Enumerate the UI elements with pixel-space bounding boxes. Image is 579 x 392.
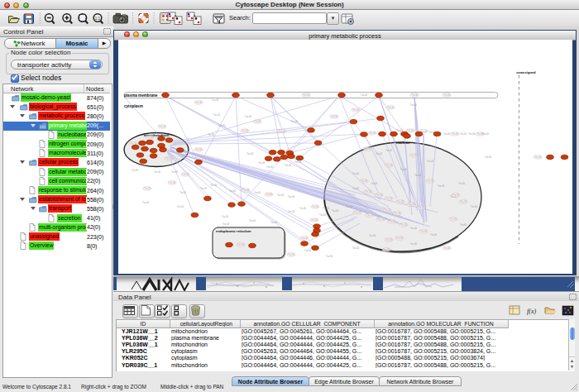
svg-text:Yxx-00: Yxx-00 [361,179,368,183]
svg-text:Yxx-00: Yxx-00 [182,173,189,176]
svg-text:Yxx-00: Yxx-00 [195,101,203,104]
svg-text:Yxx-00: Yxx-00 [179,191,187,194]
svg-text:Yxx-00: Yxx-00 [288,253,295,256]
svg-text:Yxx-00: Yxx-00 [410,242,418,246]
svg-text:Yxx-00: Yxx-00 [418,206,425,209]
svg-text:Yxx-00: Yxx-00 [144,187,151,190]
svg-text:Yxx-00: Yxx-00 [396,237,404,240]
svg-text:Yxx-00: Yxx-00 [389,220,396,223]
svg-text:Yxx-00: Yxx-00 [323,207,330,210]
svg-text:Yxx-00: Yxx-00 [242,189,250,192]
svg-text:Yxx-00: Yxx-00 [312,205,319,208]
svg-text:Yxx-00: Yxx-00 [369,131,376,135]
svg-text:Yxx-00: Yxx-00 [266,165,274,169]
svg-text:Yxx-00: Yxx-00 [430,233,438,237]
svg-text:Yxx-00: Yxx-00 [165,157,173,160]
svg-text:Yxx-00: Yxx-00 [365,190,372,194]
svg-text:Yxx-00: Yxx-00 [332,209,339,213]
svg-text:Yxx-00: Yxx-00 [254,120,261,123]
svg-text:Yxx-00: Yxx-00 [218,124,226,127]
svg-text:Yxx-00: Yxx-00 [460,200,467,203]
svg-text:Yxx-00: Yxx-00 [159,125,166,128]
svg-text:Yxx-00: Yxx-00 [450,218,457,221]
svg-text:Yxx-00: Yxx-00 [400,168,408,171]
svg-text:Yxx-00: Yxx-00 [468,132,476,136]
svg-text:Yxx-00: Yxx-00 [352,246,360,250]
svg-text:Yxx-00: Yxx-00 [210,184,218,187]
svg-text:Yxx-00: Yxx-00 [410,154,418,157]
svg-text:Yxx-00: Yxx-00 [146,136,154,139]
svg-text:Yxx-00: Yxx-00 [270,221,278,224]
svg-text:Yxx-00: Yxx-00 [427,179,434,183]
svg-text:Yxx-00: Yxx-00 [254,191,261,194]
svg-text:Yxx-00: Yxx-00 [452,132,459,136]
svg-text:Yxx-00: Yxx-00 [443,93,451,97]
svg-text:Yxx-00: Yxx-00 [361,93,368,97]
svg-text:Yxx-00: Yxx-00 [385,197,393,200]
svg-text:Yxx-00: Yxx-00 [331,115,338,118]
svg-text:plasma membrane: plasma membrane [124,93,158,98]
svg-text:Yxx-00: Yxx-00 [383,248,390,251]
svg-text:f(x): f(x) [527,308,536,315]
svg-text:Yxx-00: Yxx-00 [291,120,299,123]
svg-text:Yxx-00: Yxx-00 [482,132,490,136]
svg-text:Yxx-00: Yxx-00 [249,219,256,222]
svg-text:Yxx-00: Yxx-00 [460,223,467,227]
svg-text:Yxx-00: Yxx-00 [534,155,542,159]
svg-text:Yxx-00: Yxx-00 [266,193,273,196]
svg-text:Yxx-00: Yxx-00 [460,132,467,136]
svg-text:Yxx-00: Yxx-00 [200,187,208,190]
svg-text:Yxx-00: Yxx-00 [364,147,371,151]
svg-text:Yxx-00: Yxx-00 [385,164,393,167]
svg-text:Yxx-00: Yxx-00 [303,93,310,97]
svg-text:Yxx-00: Yxx-00 [400,223,408,227]
svg-text:Yxx-00: Yxx-00 [410,103,418,107]
svg-text:Yxx-00: Yxx-00 [369,234,376,237]
svg-text:Yxx-00: Yxx-00 [408,203,415,206]
svg-text:Yxx-00: Yxx-00 [411,93,419,97]
svg-text:Yxx-00: Yxx-00 [346,205,353,208]
svg-text:Yxx-00: Yxx-00 [212,98,219,102]
svg-text:Yxx-00: Yxx-00 [154,170,161,174]
svg-text:Yxx-00: Yxx-00 [171,170,179,174]
svg-text:unassigned: unassigned [516,70,536,74]
svg-text:Yxx-00: Yxx-00 [394,212,401,215]
svg-text:Yxx-00: Yxx-00 [223,222,230,226]
svg-text:Yxx-00: Yxx-00 [288,195,295,198]
svg-text:Yxx-00: Yxx-00 [237,243,245,246]
svg-text:Yxx-00: Yxx-00 [229,189,237,193]
svg-text:Yxx-00: Yxx-00 [407,129,414,132]
svg-text:Yxx-00: Yxx-00 [443,132,451,136]
svg-text:Yxx-00: Yxx-00 [384,208,391,212]
svg-text:Yxx-00: Yxx-00 [352,108,360,112]
svg-text:Yxx-00: Yxx-00 [376,152,383,155]
svg-text:Yxx-00: Yxx-00 [208,133,215,136]
svg-text:Yxx-00: Yxx-00 [279,130,286,133]
svg-text:Yxx-00: Yxx-00 [371,182,378,185]
svg-text:Yxx-00: Yxx-00 [352,172,360,175]
svg-text:Yxx-00: Yxx-00 [397,200,404,203]
svg-text:Yxx-00: Yxx-00 [213,113,221,117]
svg-text:Yxx-00: Yxx-00 [299,207,307,210]
svg-text:Yxx-00: Yxx-00 [366,213,374,217]
svg-text:Yxx-00: Yxx-00 [452,194,460,197]
svg-text:Yxx-00: Yxx-00 [427,160,434,163]
svg-text:Yxx-00: Yxx-00 [288,210,295,213]
svg-text:Yxx-00: Yxx-00 [195,148,203,151]
svg-text:Yxx-00: Yxx-00 [301,237,309,240]
svg-text:Yxx-00: Yxx-00 [304,249,312,252]
svg-text:endoplasmic reticulum: endoplasmic reticulum [216,229,251,233]
svg-text:Yxx-00: Yxx-00 [177,205,184,208]
svg-text:Yxx-00: Yxx-00 [142,201,150,204]
svg-text:Yxx-00: Yxx-00 [319,213,327,217]
svg-text:Yxx-00: Yxx-00 [132,169,139,172]
svg-text:Yxx-00: Yxx-00 [376,194,383,197]
svg-text:Yxx-00: Yxx-00 [485,155,492,159]
svg-text:Yxx-00: Yxx-00 [377,218,385,221]
svg-text:Yxx-00: Yxx-00 [285,164,292,167]
svg-text:Yxx-00: Yxx-00 [222,215,229,218]
svg-text:Yxx-00: Yxx-00 [277,194,285,197]
svg-text:Yxx-00: Yxx-00 [242,129,249,132]
svg-text:Yxx-00: Yxx-00 [414,174,422,177]
svg-text:Yxx-00: Yxx-00 [352,187,360,190]
